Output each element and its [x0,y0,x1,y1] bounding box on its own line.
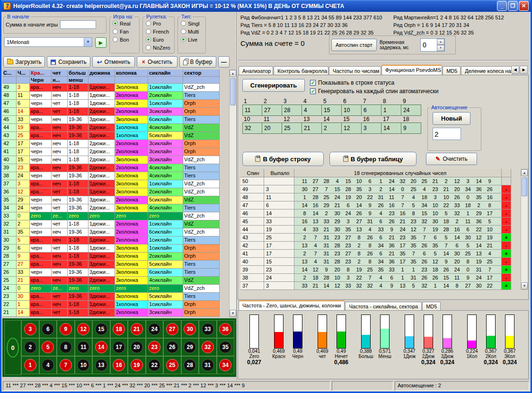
tab-scroll-right-icon[interactable]: ▶ [520,66,528,74]
table-row[interactable]: 3612кра...чет1-181дюжи...3колонка2сиклай… [2,188,229,196]
board-number[interactable]: 10 [77,359,89,371]
board-number[interactable]: 31 [202,359,214,371]
results-scrollbar[interactable]: ▲ ▼ [229,70,237,317]
table-row[interactable]: 3923кра...неч19-362дюжи...2колонка4сикла… [2,164,229,172]
board-number[interactable]: 11 [77,341,89,353]
radio-option-french[interactable]: French [143,27,174,35]
clear-generated-button[interactable]: ✎Очистить [426,153,477,165]
board-cell[interactable]: 1 [21,356,39,374]
tab-анализатор[interactable]: Анализатор [239,66,273,75]
table-row[interactable]: 305кра...неч1-181дюжи...2колонка1сиклайн… [2,236,229,245]
board-number[interactable]: 18 [113,323,125,335]
checkbox-check-icon[interactable]: ✓ [310,88,316,94]
table-row[interactable]: 2521кра...неч19-362дюжи...3колонка4сикла… [2,277,229,285]
board-cell[interactable]: 26 [163,338,181,356]
collapse-button[interactable]: — [218,56,230,68]
table-row[interactable]: 2114кра...чет1-182дюжи...2колонка3сиклай… [2,309,229,317]
board-number[interactable]: 8 [60,341,72,353]
spin-down-icon[interactable]: ▼ [437,45,444,51]
board-cell[interactable]: 2 [21,338,39,356]
board-number[interactable]: 3 [24,323,36,335]
tab-контроль-банкролла[interactable]: Контроль банкролла [274,66,328,75]
radio-option-euro[interactable]: Euro [143,35,174,44]
start-sum-input[interactable] [60,20,96,29]
board-cell[interactable]: 13 [92,356,110,374]
table-row[interactable]: 296чернчет1-181дюжи...3колонка1сиклайнOr… [2,245,229,253]
generated-table-scrollbar[interactable]: ▲ ▼ [521,169,528,290]
board-number[interactable]: 23 [148,341,160,353]
buffer-table-button[interactable]: В буфер таблицу [329,152,417,166]
tab-scroll-left-icon[interactable]: ◀ [511,66,519,74]
radio-option-singl[interactable]: Singl [178,19,205,27]
table-row[interactable]: 289кра...неч1-181дюжи...3колонка2сиклайн… [2,253,229,261]
radio-icon[interactable] [146,37,151,42]
board-cell[interactable]: 30 [181,320,199,338]
board-number[interactable]: 6 [42,323,54,335]
table-row[interactable]: 493кра...неч1-181дюжи...3колонка1сиклайн… [2,84,229,92]
table-row[interactable]: 2330кра...чет19-363дюжи...3колонка5сикла… [2,293,229,301]
board-cell[interactable]: 35 [217,338,235,356]
board-cell[interactable]: 17 [110,338,128,356]
radio-option-fan[interactable]: Fan [110,27,139,35]
radio-icon[interactable] [181,21,186,26]
table-row[interactable]: 4325кра...неч19-363дюжи...1колонка5сикла… [2,132,229,140]
table-row[interactable]: 4811черннеч1-181дюжи...2колонка2сиклайнT… [2,92,229,100]
table-row[interactable]: 240zeroze...zerozerozerozeroVdZ_zch [2,285,229,293]
board-cell[interactable]: 6 [39,320,57,338]
board-cell[interactable]: 28 [181,356,199,374]
maximize-button[interactable]: ❐ [508,1,518,11]
scrollbar-thumb[interactable] [522,177,527,196]
board-number[interactable]: 30 [184,323,196,335]
board-number[interactable]: 1 [24,359,36,371]
load-button[interactable]: Загрузить [3,56,45,68]
radio-option-real[interactable]: Real [110,19,139,27]
table-row[interactable]: 4614кра...чет1-182дюжи...2колонка3сиклай… [2,108,229,116]
table-row[interactable]: 4419кра...неч19-362дюжи...1колонка4сикла… [2,124,229,132]
radio-icon[interactable] [113,37,118,42]
preset-combobox[interactable]: 1Melonati ▼ [4,37,92,47]
table-row[interactable]: 476чернчет1-181дюжи...3колонка1сиклайнOr… [2,100,229,108]
board-cell[interactable]: 22 [146,356,164,374]
radio-option-pro[interactable]: Pro [143,19,174,27]
board-number[interactable]: 32 [202,341,214,353]
play-button[interactable]: ▶ [95,37,106,48]
radio-option-nozero[interactable]: NoZero [143,44,174,52]
board-cell[interactable]: 10 [75,356,93,374]
board-cell[interactable]: 14 [92,338,110,356]
tab-частота-сиклайны-сектора[interactable]: Частота - сиклайны, сектора [345,302,422,311]
board-number[interactable]: 15 [95,323,107,335]
board-cell[interactable]: 24 [146,320,164,338]
board-cell[interactable]: 18 [110,320,128,338]
board-cell[interactable]: 33 [199,320,217,338]
board-number[interactable]: 26 [166,341,178,353]
board-number[interactable]: 24 [148,323,160,335]
tab-md5[interactable]: MD5 [443,66,461,75]
zero-number[interactable]: 0 [7,338,19,358]
radio-icon[interactable] [146,29,151,34]
tab-md5[interactable]: MD5 [422,302,441,311]
table-row[interactable]: 2727кра...неч19-363дюжи...3колонка5сикла… [2,261,229,269]
board-cell[interactable]: 21 [128,320,146,338]
board-number[interactable]: 14 [95,341,107,353]
board-cell[interactable]: 34 [217,356,235,374]
board-cell[interactable]: 5 [39,338,57,356]
table-row[interactable]: 221кра...неч1-181дюжи...1колонка1сиклайн… [2,301,229,309]
board-cell[interactable]: 12 [75,320,93,338]
autospin-button[interactable]: Автоспин старт [331,39,377,51]
close-button[interactable]: ✕ [519,1,529,11]
board-number[interactable]: 4 [42,359,54,371]
board-zero-cell[interactable]: 0 [4,320,21,375]
board-number[interactable]: 17 [113,341,125,353]
board-cell[interactable]: 16 [110,356,128,374]
scroll-up-icon[interactable]: ▲ [230,70,236,77]
copy-buffer-button[interactable]: В буфер [179,56,216,68]
table-row[interactable]: 322чернчет1-181дюжи...2колонка1сиклайнVd… [2,220,229,228]
radio-icon[interactable] [113,29,118,34]
radio-icon[interactable] [146,45,151,50]
table-row[interactable]: 3424чернчет19-362дюжи...3колонка4сиклайн… [2,204,229,212]
delay-value[interactable]: 0 [421,39,437,51]
table-row[interactable]: 373кра...неч1-181дюжи...3колонка1сиклайн… [2,180,229,188]
delay-spinner[interactable]: 0 ▲ ▼ [420,38,445,52]
radio-option-live[interactable]: Live [178,35,205,44]
board-cell[interactable]: 20 [128,338,146,356]
